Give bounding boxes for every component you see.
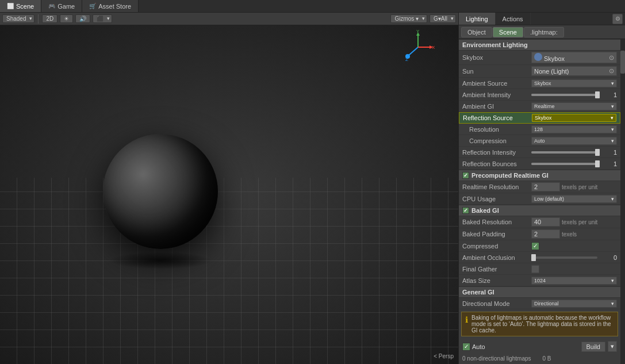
compressed-label: Compressed — [462, 243, 531, 250]
skybox-icon — [534, 53, 542, 61]
sub-tab-object[interactable]: Object — [461, 27, 492, 37]
stats-lightmaps: 0 non-directional lightmaps — [462, 355, 531, 362]
chevron-down-icon: ▾ — [611, 81, 614, 86]
scene-icon: ⬜ — [7, 3, 14, 9]
svg-text:Y: Y — [416, 30, 420, 34]
baked-padding-label: Baked Padding — [462, 231, 531, 237]
panel-tab-actions[interactable]: Actions — [496, 13, 531, 25]
viewport-toolbar: Shaded 2D ☀ 🔊 ⬛ Gizmos ▾ G▾All — [0, 13, 458, 25]
skybox-label: Skybox — [462, 54, 531, 61]
compressed-row: Compressed ✓ — [459, 240, 620, 252]
ambient-source-row: Ambient Source Skybox ▾ — [459, 78, 620, 89]
tab-game-label: Game — [57, 3, 75, 10]
baked-resolution-row: Baked Resolution texels per unit — [459, 216, 620, 228]
final-gather-checkbox[interactable] — [531, 265, 539, 273]
baked-padding-row: Baked Padding texels — [459, 228, 620, 240]
sun-label: Sun — [462, 68, 531, 75]
reflection-intensity-row: Reflection Intensity 1 — [459, 147, 620, 158]
precomputed-gi-checkbox[interactable]: ✓ — [462, 172, 469, 179]
resolution-dropdown[interactable]: 128 ▾ — [531, 125, 617, 133]
gizmos-dropdown[interactable]: Gizmos ▾ — [390, 14, 427, 23]
reflection-intensity-label: Reflection Intensity — [462, 149, 531, 156]
sub-tab-lightmap[interactable]: .lightmap: — [524, 27, 564, 37]
panel-tab-lighting[interactable]: Lighting — [459, 13, 496, 25]
ambient-gi-label: Ambient GI — [462, 103, 531, 110]
final-gather-label: Final Gather — [462, 266, 531, 273]
atlas-size-label: Atlas Size — [462, 277, 531, 284]
compression-label: Compression — [462, 137, 531, 144]
slider-track — [531, 94, 597, 96]
build-button[interactable]: Build — [581, 342, 605, 352]
baked-resolution-input[interactable] — [531, 217, 560, 227]
chevron-down-icon6: ▾ — [611, 196, 614, 202]
mode-2d-button[interactable]: 2D — [42, 14, 57, 23]
layers-dropdown[interactable]: G▾All — [430, 14, 456, 23]
reflection-source-row: Reflection Source Skybox ▾ — [459, 112, 620, 124]
persp-label: < Persp — [434, 353, 454, 359]
sun-ref[interactable]: None (Light) ⊙ — [531, 66, 617, 76]
viewport: Shaded 2D ☀ 🔊 ⬛ Gizmos ▾ G▾All — [0, 13, 458, 364]
reflection-bounces-row: Reflection Bounces 1 — [459, 158, 620, 170]
ambient-gi-dropdown[interactable]: Realtime ▾ — [531, 102, 617, 110]
reflection-intensity-slider[interactable]: 1 — [531, 149, 617, 156]
directional-mode-label: Directional Mode — [462, 300, 531, 307]
chevron-down-icon3: ▾ — [611, 115, 614, 121]
skybox-value: Skybox ⊙ — [531, 52, 617, 63]
baked-gi-checkbox[interactable]: ✓ — [462, 207, 469, 214]
toolbar-separator — [38, 14, 39, 24]
compression-dropdown[interactable]: Auto ▾ — [531, 137, 617, 145]
build-options-dropdown[interactable]: ▾ — [608, 341, 617, 352]
chevron-down-icon5: ▾ — [611, 138, 614, 144]
ambient-occlusion-row: Ambient Occlusion 0 — [459, 252, 620, 263]
realtime-resolution-row: Realtime Resolution texels per unit — [459, 181, 620, 193]
shading-dropdown[interactable]: Shaded — [2, 14, 34, 23]
resolution-label: Resolution — [462, 126, 531, 133]
lighting-button[interactable]: ☀ — [60, 14, 73, 23]
realtime-resolution-label: Realtime Resolution — [462, 183, 531, 190]
ambient-source-dropdown[interactable]: Skybox ▾ — [531, 79, 617, 87]
sub-tab-scene[interactable]: Scene — [493, 27, 523, 37]
skybox-row: Skybox Skybox ⊙ — [459, 51, 620, 65]
tab-asset-store[interactable]: 🛒 Asset Store — [82, 0, 139, 12]
settings-icon[interactable]: ⚙ — [612, 14, 623, 24]
baked-padding-unit: texels — [562, 231, 577, 237]
ambient-occlusion-slider[interactable]: 0 — [531, 254, 617, 261]
resolution-row: Resolution 128 ▾ — [459, 124, 620, 135]
auto-checkbox[interactable]: ✓ — [462, 343, 470, 351]
audio-button[interactable]: 🔊 — [75, 14, 90, 23]
lighting-tab-label: Lighting — [466, 16, 488, 22]
effects-dropdown[interactable]: ⬛ — [93, 14, 112, 23]
auto-label: Auto — [472, 343, 485, 350]
scene-canvas: Y X Z < Persp — [0, 25, 458, 364]
svg-text:Z: Z — [405, 57, 408, 62]
baked-padding-input[interactable] — [531, 229, 560, 239]
chevron-down-icon4: ▾ — [611, 127, 614, 132]
scene-grid — [0, 178, 458, 364]
reflection-bounces-slider[interactable]: 1 — [531, 160, 617, 167]
right-panel: Lighting Actions ⚙ Object Scene .lightma… — [458, 13, 625, 364]
reflection-source-label: Reflection Source — [463, 114, 532, 121]
auto-check: ✓ Auto — [462, 343, 485, 351]
tab-game[interactable]: 🎮 Game — [41, 0, 82, 12]
compressed-checkbox[interactable]: ✓ — [531, 242, 539, 250]
cpu-usage-dropdown[interactable]: Low (default) ▾ — [531, 195, 617, 203]
ambient-source-label: Ambient Source — [462, 80, 531, 87]
general-gi-header: General GI — [459, 286, 620, 298]
skybox-ref[interactable]: Skybox ⊙ — [531, 52, 617, 63]
reflection-source-dropdown[interactable]: Skybox ▾ — [532, 114, 616, 122]
precomputed-gi-header: ✓ Precomputed Realtime GI — [459, 170, 620, 181]
panel-tabs: Lighting Actions ⚙ — [459, 13, 625, 25]
ambient-intensity-slider[interactable]: 1 — [531, 91, 617, 98]
sphere-shadow — [109, 252, 212, 269]
realtime-resolution-input[interactable] — [531, 182, 560, 191]
sun-value: None (Light) ⊙ — [531, 66, 617, 76]
skybox-select-icon: ⊙ — [609, 54, 614, 62]
atlas-size-dropdown[interactable]: 1024 ▾ — [531, 277, 617, 285]
directional-mode-dropdown[interactable]: Directional ▾ — [531, 300, 617, 308]
gizmo[interactable]: Y X Z — [401, 30, 435, 66]
scrollbar[interactable] — [620, 39, 625, 364]
tab-scene[interactable]: ⬜ Scene — [0, 0, 41, 12]
svg-text:X: X — [432, 45, 435, 50]
scroll-thumb[interactable] — [620, 51, 625, 74]
info-box: ℹ Baking of lightmaps is automatic becau… — [461, 312, 618, 336]
